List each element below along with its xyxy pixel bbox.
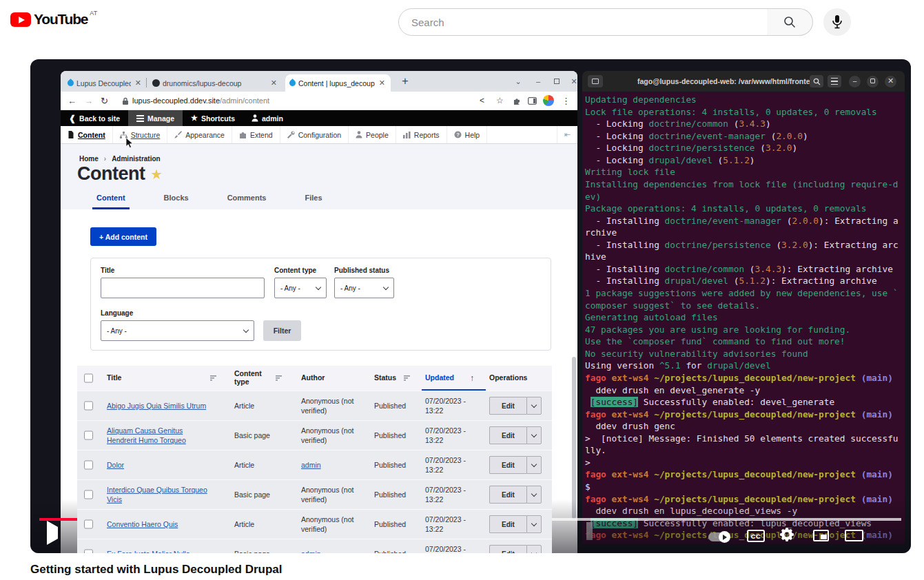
tab-comments[interactable]: Comments [223, 191, 271, 209]
edit-dropdown-toggle[interactable] [526, 426, 542, 444]
column-header-content-type[interactable]: Content type [234, 370, 273, 386]
row-select-checkbox[interactable] [84, 490, 93, 499]
filter-button[interactable]: Filter [263, 320, 301, 341]
column-header-status[interactable]: Status [374, 374, 396, 382]
favorite-star-icon[interactable]: ★ [151, 168, 161, 181]
content-title-link[interactable]: Interdico Quae Quibus Torqueo Vicis [107, 485, 212, 504]
menu-item-people[interactable]: People [349, 126, 396, 143]
theater-mode-button[interactable] [845, 530, 863, 541]
sort-icon[interactable] [210, 375, 217, 381]
share-icon[interactable]: < [480, 92, 484, 110]
author-link[interactable]: admin [301, 549, 366, 553]
tab-close-icon[interactable]: ✕ [269, 79, 278, 87]
column-header-updated[interactable]: Updated [425, 374, 454, 382]
new-tab-button[interactable]: + [398, 74, 413, 89]
author-link[interactable]: admin [301, 460, 366, 470]
browser-scrollbar[interactable] [572, 357, 576, 519]
play-button[interactable] [47, 527, 58, 539]
toolbar-pin-icon[interactable]: ⇤ [557, 126, 577, 143]
published-status-select[interactable]: - Any - [334, 278, 394, 298]
mic-button[interactable] [823, 8, 851, 36]
content-type-select[interactable]: - Any - [274, 278, 327, 298]
search-input[interactable] [398, 8, 768, 36]
content-title-link[interactable]: Dolor [107, 460, 212, 470]
manage-button[interactable]: Manage [128, 110, 183, 126]
forward-icon[interactable]: → [84, 92, 93, 110]
edit-dropdown-toggle[interactable] [526, 456, 542, 474]
tab-close-icon[interactable]: ✕ [378, 79, 387, 87]
content-title-link[interactable]: Aliquam Causa Genitus Hendrerit Humo Tor… [107, 426, 212, 445]
fullscreen-button[interactable] [878, 528, 892, 542]
language-select[interactable]: - Any - [101, 320, 254, 341]
edit-button[interactable]: Edit [489, 486, 526, 504]
menu-item-help[interactable]: ? Help [447, 126, 488, 143]
add-content-button[interactable]: + Add content [90, 227, 156, 246]
edit-button[interactable]: Edit [489, 545, 526, 553]
tab-close-icon[interactable]: ✕ [134, 79, 143, 87]
browser-tab[interactable]: drunomics/lupus-decoup ✕ [148, 74, 283, 92]
miniplayer-button[interactable] [813, 530, 829, 541]
menu-item-appearance[interactable]: Appearance [167, 126, 232, 143]
autoplay-toggle[interactable] [708, 532, 729, 541]
bookmark-star-icon[interactable]: ☆ [496, 92, 504, 110]
extensions-puzzle-icon[interactable] [513, 97, 521, 105]
row-select-checkbox[interactable] [84, 461, 93, 470]
row-select-checkbox[interactable] [84, 550, 93, 554]
shortcuts-button[interactable]: ★ Shortcuts [183, 110, 243, 126]
terminal-search-button[interactable] [810, 75, 823, 87]
edit-dropdown-toggle[interactable] [526, 545, 542, 553]
menu-item-extend[interactable]: Extend [232, 126, 280, 143]
column-header-author[interactable]: Author [301, 374, 325, 382]
edit-button[interactable]: Edit [489, 456, 526, 474]
back-to-site-button[interactable]: ❰ Back to site [61, 110, 128, 126]
tab-content[interactable]: Content [92, 191, 130, 209]
edit-dropdown-toggle[interactable] [526, 486, 542, 504]
back-icon[interactable]: ← [68, 92, 76, 110]
window-maximize-button[interactable] [554, 79, 559, 84]
breadcrumb-administration[interactable]: Administration [112, 155, 161, 163]
tab-files[interactable]: Files [300, 191, 326, 209]
settings-button[interactable] [780, 528, 794, 544]
menu-item-content[interactable]: Content [61, 126, 113, 143]
url-text[interactable]: lupus-decoupled.ddev.site/admin/content [132, 92, 269, 110]
content-title-link[interactable]: Ex Fere Iusto Molior Nulla [107, 549, 212, 553]
browser-tab-active[interactable]: Content | lupus_decouple ✕ [285, 74, 391, 92]
captions-button[interactable]: CC [747, 530, 765, 542]
kebab-menu-icon[interactable]: ⋮ [562, 92, 571, 110]
video-player[interactable]: Lupus Decoupled Drupal ✕ drunomics/lupus… [30, 59, 911, 553]
terminal-new-tab-button[interactable] [588, 75, 603, 87]
column-header-title[interactable]: Title [107, 374, 121, 382]
terminal-menu-button[interactable] [828, 75, 841, 87]
window-close-button[interactable]: ✕ [568, 75, 580, 87]
youtube-logo[interactable]: YouTube AT [10, 11, 97, 28]
search-button[interactable] [767, 8, 813, 36]
select-all-checkbox[interactable] [84, 374, 93, 383]
admin-user-button[interactable]: admin [243, 110, 291, 126]
edit-button[interactable]: Edit [489, 397, 526, 415]
edit-dropdown-toggle[interactable] [526, 515, 542, 533]
sort-icon[interactable] [276, 375, 283, 381]
profile-avatar[interactable] [543, 95, 554, 106]
row-select-checkbox[interactable] [84, 402, 93, 411]
menu-item-configuration[interactable]: Configuration [280, 126, 349, 143]
terminal-minimize-button[interactable]: – [849, 76, 861, 87]
edit-button[interactable]: Edit [489, 426, 526, 444]
content-title-link[interactable]: Abigo Jugis Quia Similis Utrum [107, 401, 212, 411]
terminal-maximize-button[interactable] [867, 76, 879, 87]
row-select-checkbox[interactable] [84, 431, 93, 440]
sort-ascending-arrow-icon[interactable]: ↑ [470, 373, 474, 383]
browser-tab[interactable]: Lupus Decoupled Drupal ✕ [63, 74, 147, 92]
sort-icon[interactable] [404, 375, 411, 381]
menu-item-structure[interactable]: Structure [113, 126, 168, 143]
terminal-close-button[interactable]: ✕ [885, 76, 896, 87]
edit-button[interactable]: Edit [489, 515, 526, 533]
reload-icon[interactable]: ↻ [101, 92, 108, 110]
tab-search-chevron-icon[interactable]: ⌄ [512, 75, 524, 87]
title-filter-input[interactable] [101, 278, 265, 298]
edit-dropdown-toggle[interactable] [526, 397, 542, 415]
content-title-link[interactable]: Conventio Haero Quis [107, 519, 212, 529]
row-select-checkbox[interactable] [84, 520, 93, 529]
tab-blocks[interactable]: Blocks [160, 191, 193, 209]
menu-item-reports[interactable]: Reports [396, 126, 447, 143]
window-minimize-button[interactable]: – [532, 75, 544, 87]
